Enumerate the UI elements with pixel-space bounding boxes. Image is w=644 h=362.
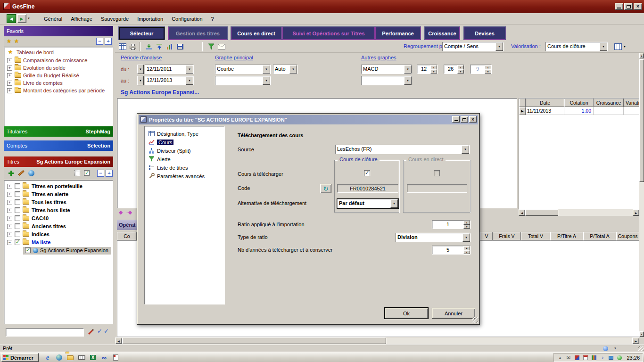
scroll-right-icon[interactable] <box>632 337 639 344</box>
expand-all-button[interactable]: + <box>105 38 112 45</box>
tree-checkbox[interactable] <box>15 183 20 189</box>
scroll-right-icon[interactable] <box>633 209 639 216</box>
tray-hide-icons-icon[interactable]: ▴ <box>557 354 563 361</box>
ok-button[interactable]: Ok <box>385 308 428 319</box>
back-button[interactable] <box>7 14 16 23</box>
favoris-item-tableau-de-bord[interactable]: Tableau de bord <box>17 49 54 56</box>
titres-globe-icon[interactable] <box>28 170 34 176</box>
refresh-code-button[interactable]: ↻ <box>320 184 331 193</box>
col-header-total-v[interactable]: Total V <box>521 232 550 240</box>
columns-button[interactable] <box>614 41 632 52</box>
dropdown-arrow-icon[interactable] <box>404 76 412 85</box>
uncheck-all-icon[interactable] <box>74 170 80 176</box>
tray-security-icon[interactable] <box>574 354 580 361</box>
dropdown-arrow-icon[interactable] <box>462 233 470 242</box>
tab-performance[interactable]: Performance <box>375 27 421 40</box>
tab-gestion-des-titres[interactable]: Gestion des titres <box>168 27 227 40</box>
filter-icon[interactable] <box>206 42 216 51</box>
dialog-nav-liste[interactable]: Liste de titres <box>149 165 188 171</box>
favoris-item-grille-budget[interactable]: Grille du Budget Réalisé <box>23 73 79 79</box>
tab-selecteur[interactable]: Sélecteur <box>119 27 165 40</box>
dialog-close-button[interactable]: × <box>469 116 477 123</box>
tree-checkbox[interactable] <box>15 207 20 213</box>
quicklaunch-excel-icon[interactable]: X <box>89 354 97 362</box>
quicklaunch-keyboard-icon[interactable] <box>77 354 86 362</box>
type-ratio-select[interactable]: Division <box>396 233 471 242</box>
spin-up-icon[interactable] <box>485 65 491 69</box>
start-button[interactable]: Démarrer <box>1 353 39 362</box>
dropdown-arrow-icon[interactable] <box>390 199 398 208</box>
tree-expander[interactable]: + <box>7 66 12 71</box>
spin-up-icon[interactable] <box>430 65 437 69</box>
col-header-coupons[interactable]: Coupons <box>616 232 639 240</box>
regroupement-select[interactable]: Compte / Sens <box>442 42 504 51</box>
menu-item-help[interactable]: ? <box>207 15 218 23</box>
titres-item-anciens[interactable]: Anciens titres <box>32 223 66 230</box>
macd-slow-spinner[interactable]: 26 <box>444 65 464 74</box>
tray-chart-icon[interactable] <box>591 354 597 361</box>
scroll-thumb[interactable] <box>122 337 386 344</box>
chart-icon[interactable] <box>165 42 174 51</box>
chart-title-link[interactable]: Sg Actions Europe Expansi... <box>121 89 199 96</box>
quicklaunch-document-icon[interactable] <box>111 354 120 362</box>
chart-marker-icon[interactable]: ◆ <box>119 209 123 215</box>
du-preset-dropdown[interactable] <box>137 65 144 74</box>
tree-checkbox[interactable] <box>15 215 20 221</box>
scroll-left-icon[interactable] <box>519 209 525 216</box>
graphe-secondary-select[interactable] <box>215 76 271 85</box>
tray-update-icon[interactable] <box>616 354 622 361</box>
edit-pencil-icon[interactable] <box>88 329 94 336</box>
autres-secondary-select[interactable] <box>361 76 412 85</box>
tree-expander[interactable]: + <box>7 232 12 237</box>
scroll-down-icon[interactable] <box>639 331 644 337</box>
scroll-up-icon[interactable] <box>639 53 644 58</box>
direct-download-checkbox[interactable] <box>434 170 440 176</box>
tree-checkbox[interactable] <box>25 247 31 253</box>
tray-mail-icon[interactable]: ✉ <box>565 354 571 361</box>
dialog-maximize-button[interactable] <box>461 116 468 123</box>
spin-down-icon[interactable] <box>485 69 491 74</box>
quotes-col-croissance[interactable]: Croissance <box>594 99 624 107</box>
tab-suivi-operations-titres[interactable]: Suivi et Opérations sur Titres <box>282 27 375 40</box>
quotes-col-cotation[interactable]: Cotation <box>564 99 594 107</box>
au-preset-dropdown[interactable] <box>137 76 144 85</box>
favoris-item-livre-comptes[interactable]: Livre de comptes <box>23 80 63 86</box>
status-sync-icon[interactable] <box>603 346 608 351</box>
dropdown-arrow-icon[interactable] <box>600 42 607 51</box>
spin-up-icon[interactable] <box>463 246 470 250</box>
macd-fast-spinner[interactable]: 12 <box>417 65 438 74</box>
tree-expander[interactable]: − <box>7 240 12 245</box>
menu-item-configuration[interactable]: Configuration <box>167 15 206 23</box>
check-all-icon[interactable] <box>84 170 90 176</box>
graphe-mode-select[interactable]: Auto <box>273 65 297 74</box>
alternative-select[interactable]: Par défaut <box>337 199 398 208</box>
titulaires-header[interactable]: Titulaires StephMag <box>4 126 113 137</box>
quicklaunch-infinity-icon[interactable]: ∞ <box>100 354 108 362</box>
titres-item-indices[interactable]: Indices <box>32 231 50 238</box>
add-titre-icon[interactable] <box>8 170 15 177</box>
tree-expander[interactable]: + <box>7 88 12 93</box>
expand-all-button[interactable]: + <box>106 170 113 177</box>
spin-down-icon[interactable] <box>430 69 437 74</box>
quicklaunch-browser-icon[interactable]: e <box>43 354 52 362</box>
tab-devises[interactable]: Devises <box>464 27 505 40</box>
autres-type-select[interactable]: MACD <box>361 65 412 74</box>
du-date-select[interactable]: 12/11/2011 <box>145 65 194 74</box>
favoris-item-montant-categories[interactable]: Montant des catégories par période <box>23 88 105 94</box>
tab-croissance[interactable]: Croissance <box>425 27 460 40</box>
minimize-button[interactable] <box>615 3 623 10</box>
tree-checkbox[interactable] <box>15 223 20 229</box>
collapse-all-button[interactable]: − <box>96 38 103 45</box>
col-header[interactable]: Co <box>117 232 137 240</box>
print-icon[interactable] <box>128 42 138 51</box>
dropdown-arrow-icon[interactable] <box>289 65 297 74</box>
tree-expander[interactable]: + <box>7 81 12 86</box>
col-header-p-titre-a[interactable]: P/Titre A <box>550 232 583 240</box>
tray-calendar-icon[interactable] <box>582 354 588 361</box>
titres-header[interactable]: Titres Sg Actions Europe Expansion <box>4 156 113 167</box>
quicklaunch-globe-icon[interactable] <box>55 354 63 362</box>
tree-checkbox[interactable] <box>15 191 20 197</box>
resize-grip[interactable] <box>472 317 479 323</box>
direct-code-field[interactable] <box>407 184 467 193</box>
collapse-all-button[interactable]: − <box>97 170 104 177</box>
